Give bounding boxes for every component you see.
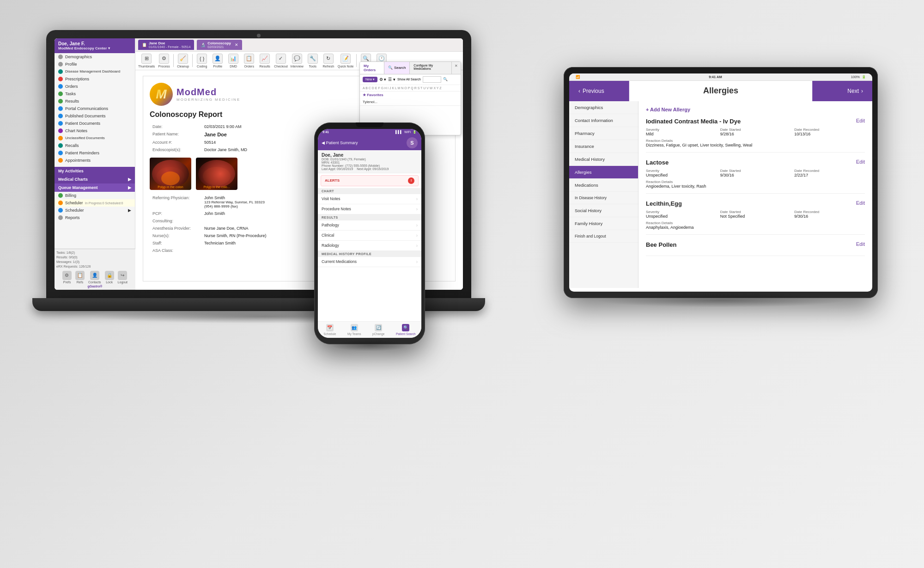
tablet-sidebar-contact[interactable]: Contact Information [569,114,638,127]
contacts-button[interactable]: 👤 Contacts [88,271,101,284]
phone-visit-notes[interactable]: Visit Notes › [318,194,421,204]
tablet-sidebar-disease-history[interactable]: In Disease History [569,192,638,204]
phone-chart-header: CHART [318,188,421,194]
phone-history-header: MEDICAL HISTORY PROFILE [318,251,421,257]
sidebar-item-chart-notes[interactable]: Chart Notes [55,127,135,134]
sidebar-item-dmd[interactable]: Disease Management Dashboard [55,68,135,75]
tablet-sidebar-medical-history[interactable]: Medical History [569,153,638,166]
lock-button[interactable]: 🔒 Lock [105,271,114,284]
sidebar-stats-3: Messages: 1/(3) [56,260,134,263]
tablet-body: 📶 9:41 AM 100% 🔋 ‹ Previous Allergies [564,67,878,298]
sidebar-item-recalls[interactable]: Recalls [55,142,135,149]
sidebar-item-patient-documents[interactable]: Patient Documents [55,120,135,127]
tools-icon: 🔧 [308,54,318,64]
phone-nav-pchange[interactable]: 🔄 pChange [372,324,384,336]
sidebar-section-activities[interactable]: My Activities [55,167,135,175]
sidebar-item-scheduler[interactable]: Scheduler In Progress:0 Scheduled:0 [55,199,135,207]
interview-button[interactable]: 💬 Interview [291,54,304,68]
refs-button[interactable]: 📋 Refs [75,271,85,284]
back-icon[interactable]: ◀ Patient Summary [322,140,358,145]
search-input[interactable] [423,76,441,83]
process-button[interactable]: ⚙ Process [158,54,170,68]
panel-close-button[interactable]: ✕ [452,62,461,74]
sidebar-section-queue[interactable]: Queue Management ▶ [55,183,135,192]
sidebar-item-patient-reminders[interactable]: Patient Reminders [55,149,135,157]
phone-radiology[interactable]: Radiology › [318,241,421,251]
new-button[interactable]: New ▾ [363,77,377,82]
sidebar-item-profile[interactable]: Profile [55,61,135,68]
orders-icon [58,84,63,89]
docs-icon [58,136,63,140]
tablet-sidebar-finish[interactable]: Finish and Logout [569,230,638,243]
patient-tab[interactable]: 📋 Jane Doe 01/01/1940 - Female - 50514 [138,40,194,50]
edit-button[interactable]: Edit [856,200,865,207]
docs-icon [58,121,63,126]
coding-icon: { } [197,54,207,64]
refresh-button[interactable]: ↻ Refresh [322,54,335,68]
colonoscopy-tab[interactable]: 🔬 Colonoscopy 02/03/2021 ✕ [197,40,242,50]
tablet-sidebar-family-history[interactable]: Family History [569,217,638,230]
sidebar-item-orders[interactable]: Orders [55,83,135,90]
sidebar-item-configuration[interactable]: Reports [55,214,135,221]
tablet-sidebar-medications[interactable]: Medications [569,179,638,192]
tablet-status-bar: 📶 9:41 AM 100% 🔋 [569,73,872,81]
search-tab[interactable]: 🔍 Search [384,62,410,74]
tablet-sidebar-pharmacy[interactable]: Pharmacy [569,127,638,140]
tablet-sidebar-insurance[interactable]: Insurance [569,140,638,153]
phone-nav-patient-search[interactable]: 🔍 Patient Search [396,324,416,336]
sidebar-item-tasks[interactable]: Tasks [55,90,135,98]
prefs-button[interactable]: ⚙ Prefs [62,271,72,284]
configure-tab[interactable]: Configure My Medications [410,62,452,74]
sidebar-section-medical-charts[interactable]: Medical Charts ▶ [55,175,135,183]
quick-note-button[interactable]: 📝 Quick Note [338,54,354,68]
allergy-reaction: Reaction Details Angioedema, Liver toxic… [646,180,865,189]
sidebar-item-portal-communications[interactable]: Portal Communications [55,105,135,112]
orders-button[interactable]: 📋 Orders [243,54,255,68]
edit-button[interactable]: Edit [856,159,865,166]
allergy-item-lactose: Lactose Edit Severity Unspecified Date S… [646,159,865,194]
phone-procedure-notes[interactable]: Procedure Notes › [318,204,421,214]
add-allergy-button[interactable]: + Add New Allergy [646,107,865,112]
search-go-icon[interactable]: 🔍 [443,77,448,81]
sidebar-item-results[interactable]: Results [55,98,135,105]
my-orders-tab[interactable]: My Orders [360,62,384,74]
phone-alerts-bar[interactable]: ALERTS ! [321,175,419,186]
dmd-button[interactable]: 📊 DMD [227,54,240,68]
next-button[interactable]: Next › [812,81,872,101]
phone-nav-my-teams[interactable]: 👥 My Teams [347,324,361,336]
coding-button[interactable]: { } Coding [195,54,208,68]
edit-button[interactable]: Edit [856,241,865,248]
logout-button[interactable]: ↪ Logout [118,271,128,284]
phone-current-medications[interactable]: Current Medications › [318,257,421,267]
app-name: gGastro® [56,285,134,288]
tablet-sidebar-demographics[interactable]: Demographics [569,101,638,114]
sidebar-item-prescriptions[interactable]: Prescriptions [55,75,135,83]
sidebar-stats-4: eRX Requests: 126/126 [56,265,134,268]
close-icon[interactable]: ✕ [235,43,238,47]
tablet-sidebar-allergies[interactable]: Allergies [569,166,638,179]
sidebar-item-reports[interactable]: Scheduler ▶ [55,207,135,214]
sidebar-item-unclassified[interactable]: Unclassified Documents [55,134,135,142]
docs-icon [58,114,63,118]
settings-icon[interactable]: ⚙ ▾ [379,77,387,82]
previous-button[interactable]: ‹ Previous [569,81,629,101]
thumbnails-button[interactable]: ⊞ Thumbnails [138,54,155,68]
chevron-right-icon: › [416,243,418,248]
profile-toolbar-button[interactable]: 👤 Profile [211,54,224,68]
phone-pathology[interactable]: Pathology › [318,220,421,231]
results-button[interactable]: 📈 Results [258,54,271,68]
phone-status-bar: 9:41 ▌▌▌ WiFi 🔋 [318,129,421,135]
edit-button[interactable]: Edit [856,118,865,125]
list-icon[interactable]: ☰ ▾ [388,77,395,82]
phone-clinical[interactable]: Clinical › [318,231,421,241]
sidebar-item-published-documents[interactable]: Published Documents [55,112,135,120]
sidebar-item-demographics[interactable]: Demographics [55,53,135,61]
tools-button[interactable]: 🔧 Tools [306,54,319,68]
sidebar-item-billing[interactable]: Billing [55,192,135,199]
sidebar-item-appointments[interactable]: Appointments [55,157,135,164]
tablet-sidebar-social-history[interactable]: Social History [569,204,638,217]
phone-nav-schedule[interactable]: 📅 Schedule [323,324,336,336]
favorites-item[interactable]: Tylenol... [360,98,461,106]
checkout-button[interactable]: ✓ Checkout [274,54,288,68]
cleanup-button[interactable]: 🧹 Cleanup [176,54,189,68]
